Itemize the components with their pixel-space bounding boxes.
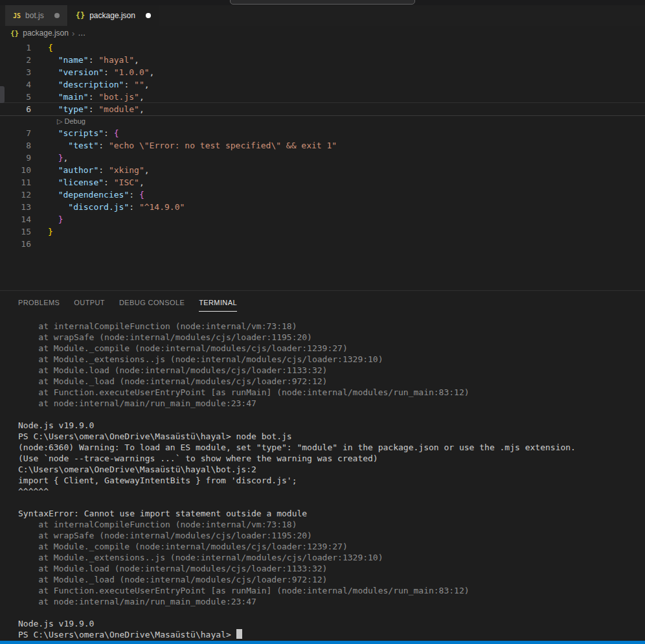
code-line[interactable]: 5 "main": "bot.js", [0,91,645,103]
terminal-line: at internalCompileFunction (node:interna… [18,519,645,530]
code-line[interactable]: 10 "author": "xking", [0,164,645,176]
code-text: "license": "ISC", [31,176,144,189]
tab-problems[interactable]: PROBLEMS [18,292,60,312]
tab-terminal[interactable]: TERMINAL [199,292,237,312]
code-line[interactable]: 7 "scripts": { [0,127,645,139]
editor[interactable]: 1{2 "name": "hayal",3 "version": "1.0.0"… [0,40,645,290]
line-number: 1 [0,41,31,54]
terminal-line: at Module._compile (node:internal/module… [18,343,645,354]
code-line[interactable]: 2 "name": "hayal", [0,54,645,66]
code-text: "name": "hayal", [31,54,139,66]
code-line[interactable]: 16 [0,238,645,250]
modified-indicator-dot[interactable] [54,13,60,18]
terminal-line: at node:internal/main/run_main_module:23… [18,596,645,607]
terminal-line: at wrapSafe (node:internal/modules/cjs/l… [18,332,645,343]
code-text: } [31,225,53,238]
code-text: "dependencies": { [31,189,144,201]
line-number: 13 [0,201,31,213]
terminal-line: ^^^^^^ [18,486,645,497]
terminal-line: at Function.executeUserEntryPoint [as ru… [18,387,645,398]
line-number: 10 [0,164,31,176]
json-file-icon: {} [76,11,85,20]
terminal-line: PS C:\Users\omera\OneDrive\Masaüstü\haya… [18,431,645,442]
code-text: } [31,213,63,225]
panel-tab-bar: PROBLEMS OUTPUT DEBUG CONSOLE TERMINAL [0,291,645,313]
breadcrumb-file[interactable]: package.json [23,29,69,38]
terminal-line [18,409,645,420]
line-number: 4 [0,78,31,91]
tab-label: package.json [89,11,135,20]
code-text: }, [31,152,68,164]
breadcrumb: {} package.json › … [0,26,645,40]
terminal-line [18,607,645,618]
json-file-icon: {} [10,29,19,38]
code-line[interactable]: 15} [0,225,645,238]
line-number: 15 [0,225,31,238]
terminal-line: at Module._extensions..js (node:internal… [18,354,645,365]
terminal-line: SyntaxError: Cannot use import statement… [18,508,645,519]
terminal-line: at internalCompileFunction (node:interna… [18,321,645,332]
terminal-line: import { Client, GatewayIntentBits } fro… [18,475,645,486]
line-number: 16 [0,238,31,250]
code-text: "type": "module", [31,103,144,115]
code-text: "scripts": { [31,127,119,139]
title-bar [0,0,645,5]
terminal-line: at Module.load (node:internal/modules/cj… [18,365,645,376]
code-line[interactable]: 13 "discord.js": "^14.9.0" [0,201,645,213]
tab-package-json[interactable]: {} package.json [68,5,159,26]
code-line[interactable]: 6 "type": "module", [0,103,645,115]
bottom-panel: PROBLEMS OUTPUT DEBUG CONSOLE TERMINAL a… [0,290,645,641]
code-text: "description": "", [31,78,150,91]
terminal-line: at Module._load (node:internal/modules/c… [18,574,645,585]
javascript-file-icon: JS [13,12,21,19]
code-line[interactable]: 4 "description": "", [0,78,645,91]
code-line[interactable]: 9 }, [0,152,645,164]
line-number: 12 [0,189,31,201]
code-text: { [31,41,53,54]
editor-code: 1{2 "name": "hayal",3 "version": "1.0.0"… [0,41,645,250]
terminal-line: (node:6360) Warning: To load an ES modul… [18,442,645,453]
terminal-line [18,497,645,508]
terminal-output[interactable]: at internalCompileFunction (node:interna… [0,313,645,640]
terminal-line: PS C:\Users\omera\OneDrive\Masaüstü\haya… [18,629,645,640]
code-line[interactable]: 3 "version": "1.0.0", [0,66,645,78]
line-number: 11 [0,176,31,189]
terminal-line: at Module._compile (node:internal/module… [18,541,645,552]
code-text: "main": "bot.js", [31,91,144,103]
line-number: 3 [0,66,31,78]
tab-bot-js[interactable]: JS bot.js [5,5,68,26]
code-text [31,238,48,250]
tab-bar: JS bot.js {} package.json [0,5,645,26]
code-text: "author": "xking", [31,164,150,176]
terminal-cursor [236,629,242,639]
code-line[interactable]: 12 "dependencies": { [0,189,645,201]
code-line[interactable]: 11 "license": "ISC", [0,176,645,189]
code-line[interactable]: 8 "test": "echo \"Error: no test specifi… [0,139,645,152]
breadcrumb-symbol[interactable]: … [78,29,85,38]
terminal-line: Node.js v19.9.0 [18,420,645,431]
terminal-line: Node.js v19.9.0 [18,618,645,629]
tab-output[interactable]: OUTPUT [74,292,105,312]
tab-debug-console[interactable]: DEBUG CONSOLE [119,292,185,312]
terminal-line: at Function.executeUserEntryPoint [as ru… [18,585,645,596]
line-number: 5 [0,91,31,103]
code-text: "version": "1.0.0", [31,66,154,78]
left-edge-marker [0,86,5,103]
chevron-right-icon: › [72,29,74,38]
code-text: "test": "echo \"Error: no test specified… [31,139,337,152]
terminal-line: (Use `node --trace-warnings ...` to show… [18,453,645,464]
tab-label: bot.js [25,11,44,20]
command-center-search[interactable] [230,0,415,5]
terminal-line: at Module._extensions..js (node:internal… [18,552,645,563]
modified-indicator-dot[interactable] [146,13,151,18]
line-number: 6 [0,103,31,115]
terminal-line: at Module.load (node:internal/modules/cj… [18,563,645,574]
code-line[interactable]: 14 } [0,213,645,225]
codelens-debug[interactable]: ▷ Debug [0,115,645,127]
line-number: 7 [0,127,31,139]
terminal-line: at node:internal/main/run_main_module:23… [18,398,645,409]
line-number: 9 [0,152,31,164]
line-number: 14 [0,213,31,225]
code-line[interactable]: 1{ [0,41,645,54]
terminal-line: at Module._load (node:internal/modules/c… [18,376,645,387]
